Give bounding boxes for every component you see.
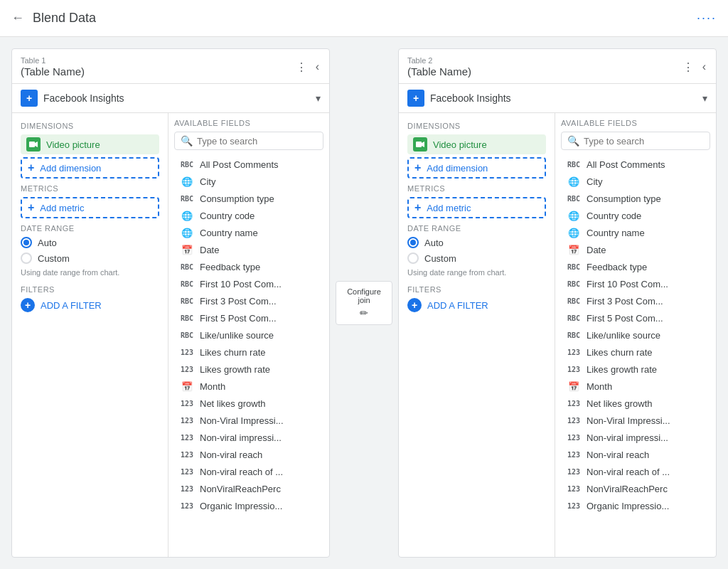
list-item[interactable]: 123 Non-viral reach of ... xyxy=(174,463,323,480)
field-type-icon: 123 xyxy=(565,363,582,375)
list-item[interactable]: 🌐 City xyxy=(561,173,710,190)
field-type-icon: RBC xyxy=(178,278,196,289)
table2-add-filter-label: ADD A FILTER xyxy=(427,300,488,311)
table2-search-box[interactable]: 🔍 xyxy=(561,132,710,150)
field-name: Month xyxy=(587,381,612,392)
list-item[interactable]: 123 Non-Viral Impressi... xyxy=(174,412,323,429)
table1-radio-group: Auto Custom xyxy=(21,237,159,264)
table2-add-metric-btn[interactable]: + Add metric xyxy=(407,197,546,218)
list-item[interactable]: 123 Non-viral reach xyxy=(561,446,710,463)
table1-left-section: Dimensions Video picture + Add dimension xyxy=(12,113,168,557)
back-button[interactable]: ← xyxy=(11,11,24,26)
table2-info: Table 2 (Table Name) xyxy=(407,56,471,78)
list-item[interactable]: 123 Organic Impressio... xyxy=(174,497,323,514)
list-item[interactable]: RBC All Post Comments xyxy=(561,156,710,173)
table1-custom-radio[interactable]: Custom xyxy=(21,252,159,264)
list-item[interactable]: 123 Organic Impressio... xyxy=(561,497,710,514)
list-item[interactable]: RBC Like/unlike source xyxy=(561,326,710,344)
table2-auto-radio[interactable]: Auto xyxy=(407,237,546,248)
field-type-icon: 📅 xyxy=(178,244,196,255)
list-item[interactable]: RBC Consumption type xyxy=(174,190,323,207)
table2-datasource-dropdown-icon[interactable]: ▾ xyxy=(702,92,707,104)
table2-add-filter-icon: + xyxy=(407,298,422,312)
field-name: All Post Comments xyxy=(587,159,665,170)
list-item[interactable]: RBC First 3 Post Com... xyxy=(561,292,710,309)
field-name: First 3 Post Com... xyxy=(587,296,663,307)
list-item[interactable]: 🌐 City xyxy=(174,173,323,190)
list-item[interactable]: 123 Likes churn rate xyxy=(561,344,710,361)
list-item[interactable]: 123 Non-viral reach of ... xyxy=(561,463,710,480)
list-item[interactable]: 123 Non-viral impressi... xyxy=(561,429,710,446)
table1-dimension-video-picture[interactable]: Video picture xyxy=(21,134,159,154)
field-name: City xyxy=(587,176,602,187)
field-name: Net likes growth xyxy=(587,398,652,409)
table1-datasource[interactable]: + Facebook Insights ▾ xyxy=(12,84,329,113)
list-item[interactable]: 🌐 Country code xyxy=(174,207,323,224)
list-item[interactable]: RBC Feedback type xyxy=(561,258,710,275)
list-item[interactable]: 123 NonViralReachPerc xyxy=(174,480,323,497)
list-item[interactable]: RBC First 5 Post Com... xyxy=(561,309,710,326)
list-item[interactable]: 123 Net likes growth xyxy=(174,395,323,412)
table1-search-input[interactable] xyxy=(197,136,317,147)
list-item[interactable]: RBC First 10 Post Com... xyxy=(561,275,710,292)
table2-more-icon[interactable]: ⋮ xyxy=(681,59,695,75)
configure-join-pencil-icon: ✏ xyxy=(343,307,385,319)
list-item[interactable]: 📅 Month xyxy=(561,378,710,395)
table2-add-dimension-btn[interactable]: + Add dimension xyxy=(407,157,546,179)
list-item[interactable]: RBC Feedback type xyxy=(174,258,323,275)
list-item[interactable]: 123 Non-viral reach xyxy=(174,446,323,463)
field-type-icon: 123 xyxy=(565,449,582,460)
table2-search-input[interactable] xyxy=(584,136,704,147)
field-name: NonViralReachPerc xyxy=(200,484,281,494)
list-item[interactable]: 123 NonViralReachPerc xyxy=(561,480,710,497)
table1-metrics-label: Metrics xyxy=(21,184,159,193)
table2-filters-label: Filters xyxy=(407,285,546,294)
list-item[interactable]: 123 Likes churn rate xyxy=(174,344,323,361)
field-type-icon: RBC xyxy=(565,193,582,204)
list-item[interactable]: 📅 Date xyxy=(174,241,323,258)
field-name: Country code xyxy=(587,211,641,221)
list-item[interactable]: 123 Likes growth rate xyxy=(174,361,323,378)
table1-auto-radio[interactable]: Auto xyxy=(21,237,159,248)
list-item[interactable]: RBC First 10 Post Com... xyxy=(174,275,323,292)
table2-datasource[interactable]: + Facebook Insights ▾ xyxy=(399,84,716,113)
table1-datasource-dropdown-icon[interactable]: ▾ xyxy=(316,92,321,104)
list-item[interactable]: 123 Likes growth rate xyxy=(561,361,710,378)
field-type-icon: 123 xyxy=(565,346,582,358)
table2-add-filter-btn[interactable]: + ADD A FILTER xyxy=(407,298,546,312)
field-name: Non-Viral Impressi... xyxy=(587,415,670,426)
field-type-icon: 123 xyxy=(178,466,196,477)
list-item[interactable]: 123 Net likes growth xyxy=(561,395,710,412)
table1-custom-label: Custom xyxy=(38,253,70,264)
table1-search-box[interactable]: 🔍 xyxy=(174,132,323,150)
field-name: Likes churn rate xyxy=(587,347,653,358)
table2-body: Dimensions Video picture + Add dimension xyxy=(399,113,716,557)
table1-add-metric-btn[interactable]: + Add metric xyxy=(21,197,159,218)
field-name: Feedback type xyxy=(587,262,647,272)
more-options-icon[interactable]: ···· xyxy=(697,11,717,26)
list-item[interactable]: 📅 Month xyxy=(174,378,323,395)
table2-custom-radio[interactable]: Custom xyxy=(407,252,546,264)
table1-name: (Table Name) xyxy=(21,65,85,78)
list-item[interactable]: RBC Like/unlike source xyxy=(174,326,323,344)
field-type-icon: RBC xyxy=(565,312,582,324)
list-item[interactable]: 123 Non-Viral Impressi... xyxy=(561,412,710,429)
list-item[interactable]: 🌐 Country code xyxy=(561,207,710,224)
field-type-icon: 123 xyxy=(565,466,582,477)
table1-collapse-icon[interactable]: ‹ xyxy=(314,59,321,75)
field-name: Consumption type xyxy=(200,193,274,204)
list-item[interactable]: RBC First 5 Post Com... xyxy=(174,309,323,326)
configure-join-button[interactable]: Configure join ✏ xyxy=(336,281,392,325)
list-item[interactable]: RBC All Post Comments xyxy=(174,156,323,173)
list-item[interactable]: 123 Non-viral impressi... xyxy=(174,429,323,446)
list-item[interactable]: 🌐 Country name xyxy=(174,224,323,241)
list-item[interactable]: RBC Consumption type xyxy=(561,190,710,207)
table1-more-icon[interactable]: ⋮ xyxy=(294,59,309,75)
list-item[interactable]: 🌐 Country name xyxy=(561,224,710,241)
table2-dimension-video-picture[interactable]: Video picture xyxy=(407,134,546,154)
table1-add-dimension-btn[interactable]: + Add dimension xyxy=(21,157,159,179)
table1-add-filter-btn[interactable]: + ADD A FILTER xyxy=(21,298,159,312)
table2-collapse-icon[interactable]: ‹ xyxy=(701,59,707,75)
list-item[interactable]: 📅 Date xyxy=(561,241,710,258)
list-item[interactable]: RBC First 3 Post Com... xyxy=(174,292,323,309)
